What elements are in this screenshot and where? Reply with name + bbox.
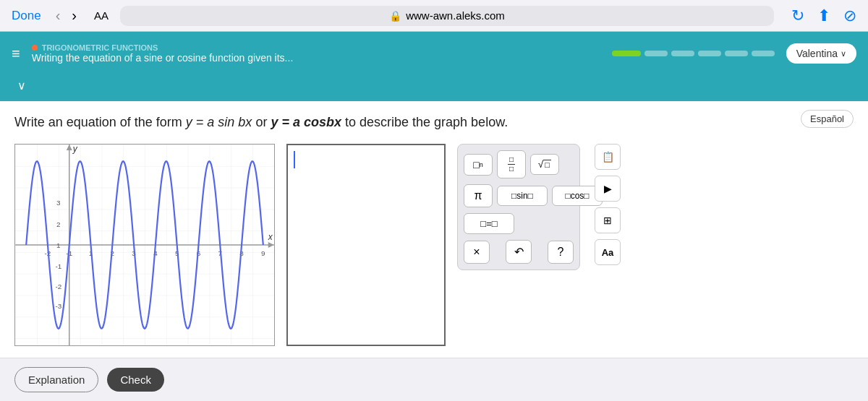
share-button[interactable]: ⬆ bbox=[817, 7, 830, 25]
answer-input-box[interactable] bbox=[286, 144, 446, 346]
chevron-down-icon: ∨ bbox=[841, 49, 846, 59]
pi-button[interactable]: π bbox=[464, 184, 493, 207]
progress-segment-2 bbox=[644, 51, 668, 56]
sin-button[interactable]: □sin□ bbox=[497, 186, 548, 206]
progress-bar bbox=[612, 51, 775, 56]
progress-segment-6 bbox=[752, 51, 775, 56]
progress-segment-3 bbox=[671, 51, 694, 56]
reload-button[interactable]: ↻ bbox=[791, 7, 804, 25]
header-topic: TRIGONOMETRIC FUNCTIONS bbox=[32, 43, 600, 52]
address-bar: 🔒 www-awn.aleks.com bbox=[120, 6, 774, 26]
aa-button[interactable]: AA bbox=[94, 9, 109, 22]
undo-button[interactable]: ↶ bbox=[506, 240, 532, 264]
app-container: ≡ TRIGONOMETRIC FUNCTIONS Writing the eq… bbox=[0, 32, 868, 401]
tool-button-3[interactable]: ⊞ bbox=[595, 207, 621, 233]
back-button[interactable]: ‹ bbox=[53, 7, 64, 24]
math-row-bottom: × ↶ ? bbox=[464, 240, 574, 264]
app-header: ≡ TRIGONOMETRIC FUNCTIONS Writing the eq… bbox=[0, 32, 868, 75]
espanol-button[interactable]: Español bbox=[801, 110, 854, 128]
browser-nav: ‹ › bbox=[53, 7, 80, 24]
footer: Explanation Check bbox=[0, 358, 868, 401]
menu-icon[interactable]: ≡ bbox=[12, 46, 20, 62]
tool-button-2[interactable]: ▶ bbox=[595, 176, 621, 202]
progress-segment-4 bbox=[698, 51, 721, 56]
header-title: Writing the equation of a sine or cosine… bbox=[32, 52, 600, 64]
tool-button-4[interactable]: Aa bbox=[595, 239, 621, 265]
header-info: TRIGONOMETRIC FUNCTIONS Writing the equa… bbox=[32, 43, 600, 64]
main-content: Español Write an equation of the form y … bbox=[0, 101, 868, 358]
right-tools: 📋 ▶ ⊞ Aa bbox=[595, 144, 621, 265]
sqrt-button[interactable]: √□ bbox=[530, 154, 559, 175]
math-row-1: □n □ □ √□ bbox=[464, 150, 574, 178]
content-row: x y 3 2 1 -1 -2 -3 -2 -1 1 2 3 4 5 bbox=[14, 144, 854, 346]
progress-segment-1 bbox=[612, 51, 641, 56]
question-text: Write an equation of the form y = a sin … bbox=[14, 113, 854, 132]
collapse-bar: ∨ bbox=[0, 75, 868, 101]
times-button[interactable]: × bbox=[464, 241, 490, 264]
block-button[interactable]: ⊘ bbox=[843, 7, 856, 25]
lock-icon: 🔒 bbox=[389, 10, 401, 22]
fraction-button[interactable]: □ □ bbox=[497, 150, 526, 178]
done-button[interactable]: Done bbox=[12, 9, 41, 23]
browser-bar: Done ‹ › AA 🔒 www-awn.aleks.com ↻ ⬆ ⊘ bbox=[0, 0, 868, 32]
tool-button-1[interactable]: 📋 bbox=[595, 144, 621, 170]
svg-text:2: 2 bbox=[56, 220, 61, 228]
help-button[interactable]: ? bbox=[548, 241, 574, 264]
explanation-button[interactable]: Explanation bbox=[14, 367, 98, 392]
math-row-2: π □sin□ □cos□ bbox=[464, 184, 574, 207]
text-cursor bbox=[294, 151, 295, 168]
check-button[interactable]: Check bbox=[107, 368, 164, 392]
user-menu-button[interactable]: Valentina ∨ bbox=[786, 43, 856, 64]
svg-text:-3: -3 bbox=[55, 302, 61, 310]
svg-text:-2: -2 bbox=[55, 283, 61, 290]
graph-svg: x y 3 2 1 -1 -2 -3 -2 -1 1 2 3 4 5 bbox=[15, 145, 274, 345]
url-text: www-awn.aleks.com bbox=[406, 9, 505, 22]
equals-button[interactable]: □=□ bbox=[464, 213, 514, 234]
math-expression-1: y = a sin bx bbox=[186, 115, 252, 129]
graph-container: x y 3 2 1 -1 -2 -3 -2 -1 1 2 3 4 5 bbox=[14, 144, 275, 346]
math-row-3: □=□ bbox=[464, 213, 574, 234]
power-button[interactable]: □n bbox=[464, 154, 493, 176]
svg-text:1: 1 bbox=[56, 241, 61, 249]
topic-dot bbox=[32, 45, 38, 51]
svg-text:-1: -1 bbox=[55, 262, 61, 270]
math-keyboard: □n □ □ √□ π □sin□ □cos□ bbox=[457, 144, 580, 270]
collapse-button[interactable]: ∨ bbox=[12, 75, 32, 95]
svg-text:x: x bbox=[268, 232, 273, 242]
svg-text:y: y bbox=[72, 145, 78, 154]
math-expression-2: y = a cosbx bbox=[271, 115, 341, 129]
browser-actions: ↻ ⬆ ⊘ bbox=[791, 7, 856, 25]
progress-segment-5 bbox=[725, 51, 748, 56]
svg-text:3: 3 bbox=[56, 199, 61, 207]
forward-button[interactable]: › bbox=[69, 7, 80, 24]
svg-text:9: 9 bbox=[261, 249, 265, 257]
